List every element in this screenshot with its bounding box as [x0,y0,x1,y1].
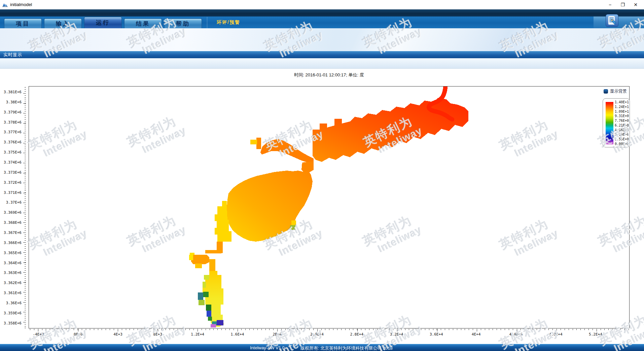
legend-value: 7.76E+0 [615,119,629,123]
heatmap-canvas[interactable] [29,86,629,328]
window-controls: − ❐ ✕ [604,0,642,9]
realtime-display-header: 实时显示 [0,51,644,58]
y-axis-tick-label: 3.381E+6 [4,90,22,94]
ribbon-body: 运行模型 已运行 0%。 暂停运行 终止运行 错误信息 [0,28,644,51]
legend-value: 3.10E+0 [615,133,629,137]
show-background-toggle[interactable]: 显示背景 [604,89,627,94]
y-axis-tick-label: 3.363E+6 [4,271,22,275]
x-axis-tick-label: 4E+4 [466,332,487,337]
x-axis-tick-label: 4E+3 [108,332,129,337]
tab-help[interactable]: 帮助 [164,19,202,28]
y-axis-tick-label: 3.369E+6 [4,210,22,215]
y-axis-tick-label: 3.378E+6 [4,120,22,125]
show-background-checkbox[interactable] [604,89,608,94]
y-axis-tick-label: 3.373E+6 [4,170,22,175]
y-axis-tick-label: 3.366E+6 [4,241,22,245]
realtime-settings-row: ✓ 关闭图形显示 指标 水温 ∨ 水层 1 ∨ 输出间隔(小时) 6 自定义图谱… [0,58,644,69]
copyright-text: 版权所有: 北京英特利为环境科技有限公司 2018 [300,345,393,351]
tab-run[interactable]: 运行 [84,17,122,28]
legend-value: 0.00E+0 [615,142,629,146]
y-axis-labels: 3.381E+63.38E+63.379E+63.378E+63.377E+63… [0,90,22,325]
x-axis-tick-label: -4E+3 [28,332,49,337]
x-axis-ticks [29,329,630,331]
ribbon-right-panel [594,16,644,28]
tab-eia-warning[interactable]: 环评/预警 [212,17,245,28]
y-axis-tick-label: 3.362E+6 [4,281,22,285]
close-button[interactable]: ✕ [629,0,642,9]
x-axis-tick-label: 1.6E+4 [227,332,248,337]
x-axis-tick-label: 0E+0 [68,332,88,337]
x-axis-tick-label: 5.2E+4 [585,332,606,337]
ribbon-tab-bar: 项目 输入 运行 结果 帮助 环评/预警 [0,16,644,28]
window-title: initialmodel [10,2,32,7]
ribbon-top-strip [0,9,644,16]
restore-button[interactable]: ❐ [616,0,629,9]
tab-separator [207,17,207,28]
legend-value: 1.09E+1 [615,110,629,114]
color-legend: 1.40E+11.24E+11.09E+19.31E+07.76E+06.21E… [603,98,630,147]
y-axis-tick-label: 3.379E+6 [4,110,22,114]
tab-results[interactable]: 结果 [124,19,162,28]
app-version-text: Intelway-AW V1.0 [250,345,285,350]
tab-input[interactable]: 输入 [44,19,82,28]
y-axis-tick-label: 3.376E+6 [4,140,22,144]
y-axis-ticks [23,86,26,328]
legend-value: 1.55E+0 [615,137,629,141]
legend-value: 4.66E+0 [615,128,629,132]
tab-project[interactable]: 项目 [4,19,42,28]
legend-value: 1.24E+1 [615,105,629,109]
y-axis-tick-label: 3.36E+6 [6,301,22,305]
y-axis-tick-label: 3.367E+6 [4,231,22,235]
y-axis-tick-label: 3.358E+6 [4,321,22,325]
y-axis-tick-label: 3.359E+6 [4,311,22,315]
legend-values: 1.40E+11.24E+11.09E+19.31E+07.76E+06.21E… [615,100,629,146]
x-axis-tick-label: 2E+4 [267,332,288,337]
y-axis-tick-label: 3.368E+6 [4,220,22,225]
status-bar: Intelway-AW V1.0 版权所有: 北京英特利为环境科技有限公司 20… [0,344,644,351]
y-axis-tick-label: 3.37E+6 [6,200,22,205]
y-axis-tick-label: 3.38E+6 [6,100,22,104]
x-axis-labels: -4E+30E+04E+38E+31.2E+41.6E+42E+42.4E+42… [28,332,606,337]
y-axis-tick-label: 3.374E+6 [4,160,22,165]
legend-colorbar [606,102,613,144]
document-pencil-icon [608,16,616,25]
plot-time-caption: 时间: 2016-01-01 12:00:17; 单位: 度 [29,72,630,78]
y-axis-tick-label: 3.372E+6 [4,180,22,185]
y-axis-tick-label: 3.361E+6 [4,291,22,295]
y-axis-tick-label: 3.371E+6 [4,190,22,195]
x-axis-tick-label: 3.6E+4 [426,332,447,337]
y-axis-tick-label: 3.375E+6 [4,150,22,154]
minimize-button[interactable]: − [604,0,616,9]
x-axis-tick-label: 1.2E+4 [187,332,208,337]
x-axis-tick-label: 8E+3 [147,332,168,337]
y-axis-tick-label: 3.377E+6 [4,130,22,134]
report-edit-icon[interactable] [606,14,618,27]
legend-value: 1.40E+1 [615,100,629,104]
show-background-label: 显示背景 [610,89,627,94]
y-axis-tick-label: 3.365E+6 [4,251,22,255]
legend-value: 6.21E+0 [615,124,629,128]
x-axis-tick-label: 4.4E+4 [505,332,526,337]
y-axis-tick-label: 3.364E+6 [4,261,22,265]
legend-value: 9.31E+0 [615,114,629,118]
x-axis-tick-label: 4.8E+4 [545,332,566,337]
x-axis-tick-label: 2.8E+4 [346,332,367,337]
app-icon [2,2,8,7]
x-axis-tick-label: 2.4E+4 [307,332,327,337]
x-axis-tick-label: 3.2E+4 [386,332,407,337]
title-bar: initialmodel − ❐ ✕ [0,0,644,9]
